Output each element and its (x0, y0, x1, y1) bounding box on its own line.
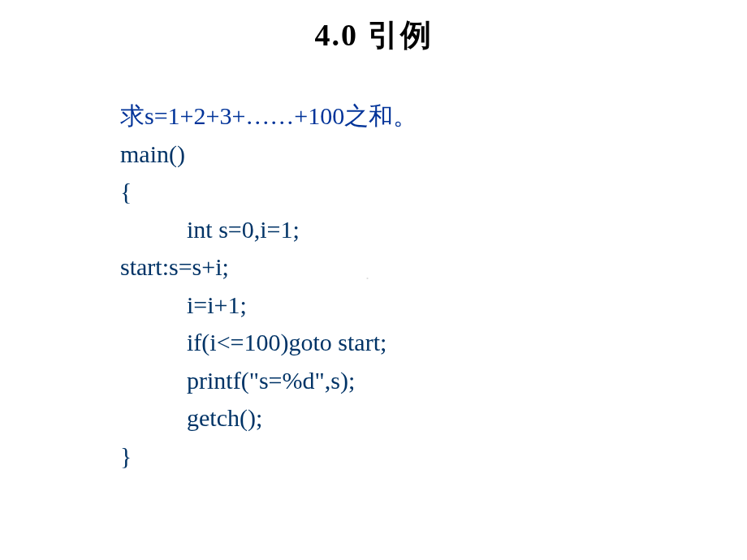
problem-statement: 求s=1+2+3+……+100之和。 (120, 97, 417, 136)
code-line-start-label: start:s=s+i; (120, 248, 417, 286)
code-line-goto: if(i<=100)goto start; (120, 324, 417, 362)
code-line-brace-close: } (120, 437, 417, 476)
slide-content: 求s=1+2+3+……+100之和。 main() { int s=0,i=1;… (120, 97, 417, 475)
code-line-printf: printf("s=%d",s); (120, 362, 417, 400)
code-text: if(i<=100)goto start; (187, 329, 386, 355)
code-line-brace-open: { (120, 173, 417, 211)
code-text: getch(); (187, 404, 262, 431)
watermark-dot: . (365, 266, 369, 283)
code-text: i=i+1; (187, 291, 247, 318)
slide-title: 4.0 引例 (0, 15, 747, 56)
code-line-declaration: int s=0,i=1; (120, 211, 417, 249)
code-text: int s=0,i=1; (187, 216, 300, 243)
code-text: printf("s=%d",s); (187, 367, 355, 394)
code-line-increment: i=i+1; (120, 286, 417, 325)
code-line-getch: getch(); (120, 399, 417, 437)
code-line-main: main() (120, 136, 417, 174)
